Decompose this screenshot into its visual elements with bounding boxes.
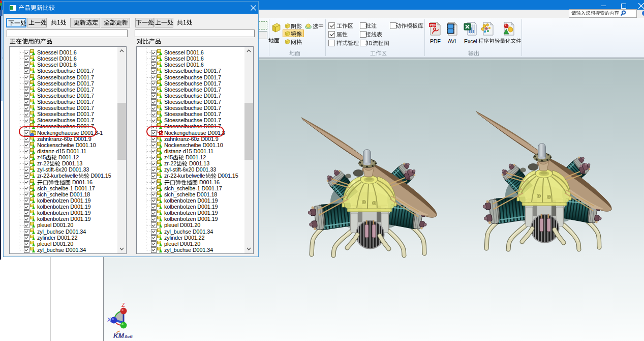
- svg-text:Z: Z: [121, 302, 125, 308]
- svg-text:KM: KM: [113, 332, 125, 339]
- svg-text:Soft: Soft: [125, 334, 133, 339]
- svg-text:PDF: PDF: [430, 23, 436, 27]
- svg-text:X: X: [107, 317, 111, 323]
